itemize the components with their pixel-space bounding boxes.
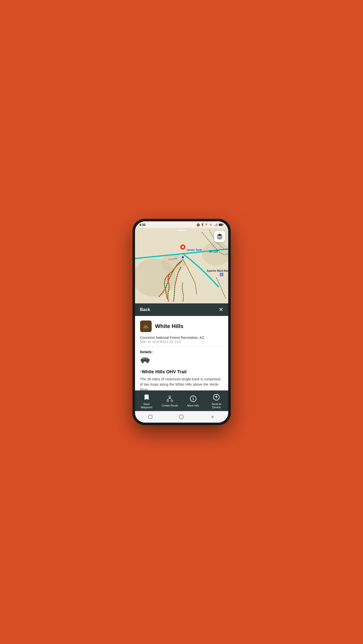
content-area: U.S. FOREST White Hills Coconino Nationa… <box>135 316 228 390</box>
svg-text:NF-120: NF-120 <box>209 250 218 253</box>
svg-rect-33 <box>140 359 142 360</box>
more-info-icon <box>189 394 197 403</box>
svg-point-32 <box>147 361 148 362</box>
svg-rect-0 <box>214 225 214 226</box>
svg-rect-2 <box>216 224 216 226</box>
svg-point-14 <box>182 246 184 248</box>
svg-point-48 <box>179 415 184 419</box>
svg-rect-3 <box>217 223 217 226</box>
sheet-header: Back ✕ <box>135 303 228 316</box>
svg-rect-28 <box>146 358 148 359</box>
svg-rect-1 <box>215 225 215 226</box>
create-route-icon <box>166 394 174 403</box>
nav-square-button[interactable] <box>147 414 154 420</box>
close-button[interactable]: ✕ <box>219 307 223 312</box>
layers-button[interactable] <box>214 231 225 242</box>
send-to-device-label: Send toDevice <box>212 403 221 409</box>
bluetooth-icon <box>201 223 204 227</box>
back-button[interactable]: Back <box>140 307 150 312</box>
svg-text:Apache Maid Ranch: Apache Maid Ranch <box>207 269 228 272</box>
svg-point-39 <box>169 396 171 398</box>
status-time: 9:33 <box>140 223 146 227</box>
svg-point-40 <box>171 400 173 402</box>
nav-bar <box>135 411 228 423</box>
svg-rect-20 <box>222 273 222 274</box>
nav-back-button[interactable] <box>209 414 216 420</box>
svg-point-38 <box>167 400 169 402</box>
signal-icon <box>214 223 218 227</box>
svg-rect-19 <box>220 273 221 274</box>
poi-coords: N34° 41' 25.9" W111° 51' 13.2" <box>140 340 223 347</box>
location-icon: 📍 <box>205 223 208 227</box>
send-to-device-button[interactable]: Send toDevice <box>208 393 225 409</box>
drag-handle <box>177 230 186 231</box>
svg-point-16 <box>181 256 184 259</box>
poi-header: U.S. FOREST White Hills <box>140 320 223 332</box>
svg-point-31 <box>142 361 143 362</box>
vehicle-icon <box>140 356 223 366</box>
wifi-icon <box>209 223 213 227</box>
nav-home-button[interactable] <box>178 414 185 420</box>
mute-icon: 🔕 <box>196 223 200 227</box>
phone-device: 9:33 🔕 📍 <box>133 219 231 425</box>
battery-icon <box>219 223 224 227</box>
svg-rect-27 <box>142 358 144 359</box>
create-route-label: Create Route <box>162 404 178 407</box>
more-info-label: More Info <box>187 404 199 407</box>
svg-text:FOREST: FOREST <box>143 327 149 329</box>
svg-rect-47 <box>149 415 152 418</box>
save-waypoint-icon <box>142 393 151 401</box>
save-waypoint-button[interactable]: SaveWaypoint <box>138 393 155 409</box>
trail-description: The 28 miles of motorized single-track i… <box>140 377 223 390</box>
create-route-button[interactable]: Create Route <box>161 394 179 407</box>
phone-screen: 9:33 🔕 📍 <box>135 221 228 423</box>
status-bar: 9:33 🔕 📍 <box>135 221 228 228</box>
svg-rect-5 <box>223 224 223 225</box>
svg-rect-21 <box>220 275 221 275</box>
svg-rect-18 <box>220 273 223 276</box>
details-label: Details: <box>140 350 223 354</box>
poi-name: White Hills <box>155 323 183 330</box>
svg-point-45 <box>193 397 193 398</box>
map-view[interactable]: NF-120 Cornville <box>135 228 228 303</box>
save-waypoint-label: SaveWaypoint <box>141 403 152 409</box>
bottom-toolbar: SaveWaypoint Create Route <box>135 390 228 411</box>
poi-icon: U.S. FOREST <box>140 320 152 332</box>
more-info-button[interactable]: More Info <box>184 394 202 407</box>
svg-text:U.S.: U.S. <box>144 325 147 327</box>
trail-title: White Hills OHV Trail <box>140 369 223 375</box>
status-icons: 🔕 📍 <box>196 223 224 227</box>
poi-subtitle: Coconino National Forest Recreation, AZ <box>140 336 223 340</box>
svg-text:Jones Tank: Jones Tank <box>186 248 202 251</box>
svg-rect-22 <box>222 275 222 275</box>
svg-rect-34 <box>148 359 150 360</box>
svg-rect-6 <box>219 224 222 226</box>
send-to-device-icon <box>212 393 221 401</box>
